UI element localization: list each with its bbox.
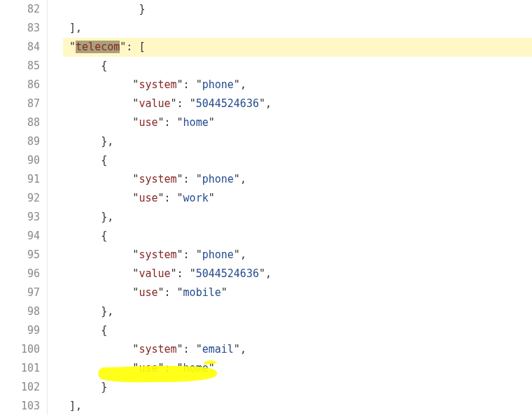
close-bracket-token — [63, 22, 69, 34]
quote-token: " — [69, 41, 76, 53]
json-key: system — [139, 78, 176, 91]
json-key: system — [139, 343, 176, 356]
close-bracket-token: ], — [69, 400, 82, 412]
line-number: 84 — [0, 38, 40, 57]
line-number: 102 — [0, 378, 40, 397]
json-key: use — [139, 286, 158, 299]
json-string: phone — [202, 173, 234, 185]
line-number-gutter: 82 83 84 85 86 87 88 89 90 91 92 93 94 9… — [0, 0, 48, 415]
line-number: 82 — [0, 0, 40, 19]
code-line[interactable]: }, — [63, 132, 532, 151]
open-brace-token: { — [101, 154, 107, 167]
json-string: work — [183, 192, 209, 204]
close-bracket-token: ], — [69, 22, 82, 34]
code-line[interactable]: { — [63, 151, 532, 170]
colon-token: : — [126, 41, 139, 53]
code-line[interactable]: ], — [63, 397, 532, 415]
open-bracket-token: [ — [139, 41, 145, 53]
line-number: 98 — [0, 302, 40, 321]
code-line[interactable]: "system": "email", — [63, 340, 532, 359]
code-line[interactable]: ], — [63, 19, 532, 38]
json-string: 5044524636 — [196, 267, 259, 280]
line-number: 97 — [0, 283, 40, 302]
json-string: home — [183, 362, 209, 374]
code-line[interactable]: "use": "mobile" — [63, 283, 532, 302]
code-line[interactable]: }, — [63, 208, 532, 227]
code-area[interactable]: } ], "telecom": [ { "system": "phone", "… — [63, 0, 532, 415]
close-brace-token — [63, 3, 139, 15]
line-number: 88 — [0, 113, 40, 132]
close-brace-token: } — [101, 381, 107, 393]
line-number: 93 — [0, 208, 40, 227]
line-number: 92 — [0, 189, 40, 208]
json-key: system — [139, 173, 176, 185]
close-brace-token: }, — [101, 135, 113, 148]
open-brace-token: { — [101, 59, 107, 72]
json-string: phone — [202, 78, 234, 91]
line-number: 99 — [0, 321, 40, 340]
code-line[interactable]: "use": "home" — [63, 359, 532, 378]
selected-text: telecom — [76, 41, 120, 53]
code-line[interactable]: "use": "work" — [63, 189, 532, 208]
close-brace-token: }, — [101, 305, 113, 318]
json-key: use — [139, 362, 158, 374]
json-string: phone — [202, 248, 234, 261]
code-editor[interactable]: 82 83 84 85 86 87 88 89 90 91 92 93 94 9… — [0, 0, 532, 415]
line-number: 83 — [0, 19, 40, 38]
close-brace-token: } — [139, 3, 145, 15]
json-string: mobile — [183, 286, 221, 299]
line-number: 94 — [0, 227, 40, 246]
code-line[interactable]: } — [63, 378, 532, 397]
open-brace-token: { — [101, 230, 107, 242]
code-line[interactable]: "system": "phone", — [63, 170, 532, 189]
code-line[interactable]: { — [63, 227, 532, 246]
line-number: 96 — [0, 265, 40, 283]
code-line[interactable]: } — [63, 0, 532, 19]
line-number: 87 — [0, 94, 40, 113]
json-key: use — [139, 116, 158, 129]
code-line[interactable]: "use": "home" — [63, 113, 532, 132]
line-number: 100 — [0, 340, 40, 359]
close-brace-token: }, — [101, 211, 113, 223]
line-number: 103 — [0, 397, 40, 415]
code-line[interactable]: }, — [63, 302, 532, 321]
open-brace-token: { — [101, 324, 107, 337]
json-key: value — [139, 97, 170, 110]
json-key: system — [139, 248, 176, 261]
line-number: 95 — [0, 246, 40, 265]
code-line[interactable]: "value": "5044524636", — [63, 94, 532, 113]
code-line[interactable]: "value": "5044524636", — [63, 265, 532, 283]
line-number: 86 — [0, 76, 40, 94]
json-key: value — [139, 267, 170, 280]
code-line[interactable]: "system": "phone", — [63, 76, 532, 94]
line-number: 89 — [0, 132, 40, 151]
json-string: 5044524636 — [196, 97, 259, 110]
json-key: use — [139, 192, 158, 204]
line-number: 90 — [0, 151, 40, 170]
code-line[interactable]: "system": "phone", — [63, 246, 532, 265]
line-number: 91 — [0, 170, 40, 189]
line-number: 85 — [0, 57, 40, 76]
quote-token: " — [120, 41, 126, 53]
json-string: email — [202, 343, 234, 356]
line-number: 101 — [0, 359, 40, 378]
code-line-current[interactable]: "telecom": [ — [63, 38, 532, 57]
code-line[interactable]: { — [63, 57, 532, 76]
json-string: home — [183, 116, 209, 129]
code-line[interactable]: { — [63, 321, 532, 340]
